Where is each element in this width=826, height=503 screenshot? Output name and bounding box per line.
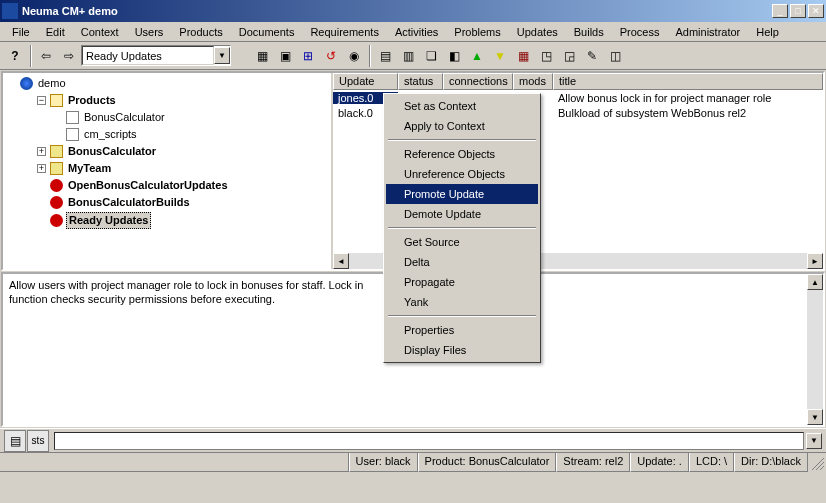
app-icon bbox=[2, 3, 18, 19]
tool-icon-12[interactable]: ▦ bbox=[512, 45, 534, 67]
menu-context[interactable]: Context bbox=[73, 24, 127, 40]
cm-display-files[interactable]: Display Files bbox=[386, 340, 538, 360]
scroll-left-icon[interactable]: ◄ bbox=[333, 253, 349, 269]
status-dir: Dir: D:\black bbox=[734, 453, 808, 472]
tool-icon-15[interactable]: ✎ bbox=[581, 45, 603, 67]
tree-pane[interactable]: demo −Products BonusCalculator cm_script… bbox=[3, 73, 333, 269]
cm-reference-objects[interactable]: Reference Objects bbox=[386, 144, 538, 164]
tree-openupdates[interactable]: OpenBonusCalculatorUpdates bbox=[3, 177, 331, 194]
menu-documents[interactable]: Documents bbox=[231, 24, 303, 40]
cell-title: Allow bonus lock in for project manager … bbox=[553, 92, 823, 104]
menu-edit[interactable]: Edit bbox=[38, 24, 73, 40]
bottom-status-bar bbox=[54, 432, 804, 450]
menu-file[interactable]: File bbox=[4, 24, 38, 40]
close-button[interactable]: ✕ bbox=[808, 4, 824, 18]
tool-icon-6[interactable]: ▤ bbox=[374, 45, 396, 67]
tree-bonuscalculator2[interactable]: +BonusCalculator bbox=[3, 143, 331, 160]
cm-unreference-objects[interactable]: Unreference Objects bbox=[386, 164, 538, 184]
cm-set-context[interactable]: Set as Context bbox=[386, 96, 538, 116]
tool-icon-7[interactable]: ▥ bbox=[397, 45, 419, 67]
cm-get-source[interactable]: Get Source bbox=[386, 232, 538, 252]
red-icon bbox=[50, 196, 63, 209]
cm-promote-update[interactable]: Promote Update bbox=[386, 184, 538, 204]
tree-products[interactable]: −Products bbox=[3, 92, 331, 109]
tree-builds[interactable]: BonusCalculatorBuilds bbox=[3, 194, 331, 211]
folder-open-icon bbox=[50, 94, 63, 107]
tool-icon-9[interactable]: ◧ bbox=[443, 45, 465, 67]
status-bar: User: black Product: BonusCalculator Str… bbox=[0, 452, 826, 472]
col-update[interactable]: Update bbox=[333, 73, 398, 90]
tool-icon-3[interactable]: ⊞ bbox=[297, 45, 319, 67]
title-bar: Neuma CM+ demo _ □ ✕ bbox=[0, 0, 826, 22]
toolbar: ? ⇦ ⇨ Ready Updates ▼ ▦ ▣ ⊞ ↺ ◉ ▤ ▥ ❏ ◧ … bbox=[0, 42, 826, 70]
menu-bar: File Edit Context Users Products Documen… bbox=[0, 22, 826, 42]
menu-builds[interactable]: Builds bbox=[566, 24, 612, 40]
menu-activities[interactable]: Activities bbox=[387, 24, 446, 40]
status-user: User: black bbox=[349, 453, 418, 472]
menu-products[interactable]: Products bbox=[171, 24, 230, 40]
tool-icon-5[interactable]: ◉ bbox=[343, 45, 365, 67]
cm-properties[interactable]: Properties bbox=[386, 320, 538, 340]
doc-icon bbox=[66, 128, 79, 141]
combo-dropdown-icon[interactable]: ▼ bbox=[214, 47, 230, 64]
bottom-btn-2[interactable]: sts bbox=[27, 430, 49, 452]
bottom-dropdown-icon[interactable]: ▼ bbox=[806, 433, 822, 449]
doc-icon bbox=[66, 111, 79, 124]
status-empty bbox=[0, 453, 349, 472]
scroll-down-icon[interactable]: ▼ bbox=[807, 409, 823, 425]
bottom-btn-1[interactable]: ▤ bbox=[4, 430, 26, 452]
collapse-icon[interactable]: − bbox=[37, 96, 46, 105]
tree-cmscripts[interactable]: cm_scripts bbox=[3, 126, 331, 143]
combo-value: Ready Updates bbox=[86, 50, 162, 62]
cm-yank[interactable]: Yank bbox=[386, 292, 538, 312]
tool-icon-14[interactable]: ◲ bbox=[558, 45, 580, 67]
detail-vscrollbar[interactable]: ▲ ▼ bbox=[807, 274, 823, 425]
view-combo[interactable]: Ready Updates ▼ bbox=[81, 45, 231, 66]
tool-icon-4[interactable]: ↺ bbox=[320, 45, 342, 67]
menu-administrator[interactable]: Administrator bbox=[667, 24, 748, 40]
tree-readyupdates[interactable]: Ready Updates bbox=[3, 211, 331, 230]
tree-root[interactable]: demo bbox=[3, 75, 331, 92]
tree-bonuscalculator[interactable]: BonusCalculator bbox=[3, 109, 331, 126]
scroll-right-icon[interactable]: ► bbox=[807, 253, 823, 269]
cm-apply-context[interactable]: Apply to Context bbox=[386, 116, 538, 136]
status-update: Update: . bbox=[630, 453, 689, 472]
tool-icon-10[interactable]: ▲ bbox=[466, 45, 488, 67]
menu-requirements[interactable]: Requirements bbox=[302, 24, 386, 40]
resize-grip-icon[interactable] bbox=[808, 453, 826, 472]
status-stream: Stream: rel2 bbox=[556, 453, 630, 472]
cm-delta[interactable]: Delta bbox=[386, 252, 538, 272]
col-mods[interactable]: mods bbox=[513, 73, 553, 90]
scroll-up-icon[interactable]: ▲ bbox=[807, 274, 823, 290]
tool-icon-13[interactable]: ◳ bbox=[535, 45, 557, 67]
help-button[interactable]: ? bbox=[4, 45, 26, 67]
red-icon bbox=[50, 214, 63, 227]
minimize-button[interactable]: _ bbox=[772, 4, 788, 18]
forward-button[interactable]: ⇨ bbox=[58, 45, 80, 67]
tool-icon-1[interactable]: ▦ bbox=[251, 45, 273, 67]
cm-demote-update[interactable]: Demote Update bbox=[386, 204, 538, 224]
menu-process[interactable]: Process bbox=[612, 24, 668, 40]
menu-help[interactable]: Help bbox=[748, 24, 787, 40]
back-button[interactable]: ⇦ bbox=[35, 45, 57, 67]
menu-users[interactable]: Users bbox=[127, 24, 172, 40]
tool-icon-11[interactable]: ▼ bbox=[489, 45, 511, 67]
tool-icon-16[interactable]: ◫ bbox=[604, 45, 626, 67]
status-product: Product: BonusCalculator bbox=[418, 453, 557, 472]
col-connections[interactable]: connections bbox=[443, 73, 513, 90]
col-status[interactable]: status bbox=[398, 73, 443, 90]
tool-icon-8[interactable]: ❏ bbox=[420, 45, 442, 67]
menu-problems[interactable]: Problems bbox=[446, 24, 508, 40]
col-title[interactable]: title bbox=[553, 73, 823, 90]
expand-icon[interactable]: + bbox=[37, 164, 46, 173]
bottom-strip: ▤ sts ▼ bbox=[0, 428, 826, 452]
cm-propagate[interactable]: Propagate bbox=[386, 272, 538, 292]
tool-icon-2[interactable]: ▣ bbox=[274, 45, 296, 67]
menu-updates[interactable]: Updates bbox=[509, 24, 566, 40]
red-icon bbox=[50, 179, 63, 192]
expand-icon[interactable]: + bbox=[37, 147, 46, 156]
tree-myteam[interactable]: +MyTeam bbox=[3, 160, 331, 177]
window-title: Neuma CM+ demo bbox=[22, 5, 770, 17]
maximize-button[interactable]: □ bbox=[790, 4, 806, 18]
detail-text: Allow users with project manager role to… bbox=[9, 278, 379, 306]
